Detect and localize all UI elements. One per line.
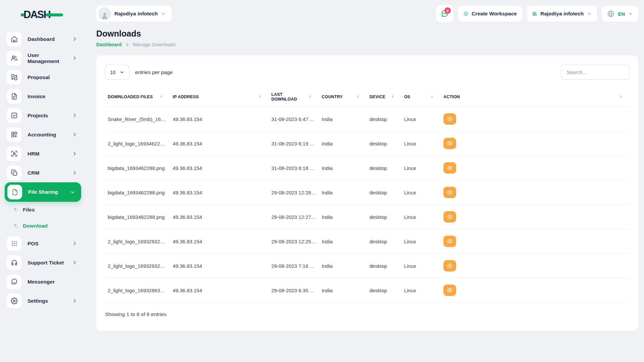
column-header[interactable]: COUNTRY ▲▼ (319, 87, 367, 107)
cell-country: India (319, 278, 367, 303)
table-row: Snake_River_(5mb)_1693463603.jpg 49.36.8… (105, 107, 630, 131)
table-row: 2_light_logo_1693462204.png 49.36.83.154… (105, 131, 630, 156)
column-header-label: IP ADDRESS (173, 95, 199, 99)
cell-ip-address: 49.36.83.154 (170, 107, 269, 131)
entries-per-page-select[interactable]: 10 (105, 65, 129, 80)
cell-device: desktop (367, 229, 401, 254)
workspace-selector[interactable]: Rajodiya infotech (96, 6, 172, 22)
topbar: Rajodiya infotech 0 Create Workspace Raj… (96, 0, 638, 24)
search-input[interactable] (561, 65, 630, 80)
sidebar-item-accounting[interactable]: Accounting (0, 125, 84, 144)
sidebar-item-dashboard[interactable]: Dashboard (0, 29, 84, 49)
bullet-icon (13, 207, 19, 213)
sidebar-item-proposal[interactable]: Proposal (0, 68, 84, 87)
cell-device: desktop (367, 254, 401, 278)
messages-button[interactable]: 0 (436, 5, 453, 22)
table-controls: 10 entries per page (105, 65, 630, 80)
chevron-down-icon (628, 11, 633, 16)
cell-action (441, 180, 630, 205)
file-text-icon (7, 89, 21, 104)
eye-icon (447, 263, 453, 269)
sidebar-subitem-label: Files (23, 207, 35, 213)
table-footer-status: Showing 1 to 8 of 8 entries (105, 311, 630, 317)
sort-arrows-icon: ▲▼ (259, 95, 261, 99)
sidebar-nav: Dashboard User Management Proposal Invoi… (0, 29, 84, 310)
language-selector[interactable]: EN (602, 6, 638, 22)
sidebar-item-messenger[interactable]: Messenger (0, 272, 84, 291)
sidebar-item-support-ticket[interactable]: Support Ticket (0, 253, 84, 272)
breadcrumb-dashboard-link[interactable]: Dashboard (96, 42, 122, 47)
sidebar-item-hrm[interactable]: HRM (0, 144, 84, 163)
cell-action (441, 156, 630, 180)
cell-action (441, 131, 630, 156)
cell-downloaded-file: 2_light_logo_1693288381.png (105, 278, 170, 303)
app-logo[interactable]: DASH (0, 5, 84, 29)
column-header[interactable]: DOWNLOADED FILES ▲▼ (105, 87, 170, 107)
column-header[interactable]: IP ADDRESS ▲▼ (170, 87, 269, 107)
cell-downloaded-file: 2_light_logo_1693293284_1693311907.png (105, 229, 170, 254)
check-square-icon (7, 108, 21, 123)
sort-arrows-icon: ▲▼ (309, 95, 312, 99)
view-download-button[interactable] (443, 211, 456, 223)
sidebar-item-label: Dashboard (28, 36, 72, 42)
sidebar-item-file-sharing[interactable]: File Sharing (5, 182, 81, 202)
cell-os: Linux (401, 278, 441, 303)
column-header[interactable]: LAST DOWNLOAD ▲▼ (269, 87, 319, 107)
column-header[interactable]: ACTION ▲▼ (441, 87, 630, 107)
view-download-button[interactable] (443, 285, 456, 296)
cell-country: India (319, 254, 367, 278)
view-download-button[interactable] (443, 236, 456, 247)
sidebar-item-files[interactable]: Files (0, 202, 84, 218)
bullet-icon (13, 223, 19, 229)
cell-downloaded-file: 2_light_logo_1693462204.png (105, 131, 170, 156)
sidebar-item-settings[interactable]: Settings (0, 291, 84, 310)
table-row: 2_light_logo_1693293284.png 49.36.83.154… (105, 254, 630, 278)
cell-country: India (319, 156, 367, 180)
table-row: 2_light_logo_1693293284_1693311907.png 4… (105, 229, 630, 254)
sidebar-item-invoice[interactable]: Invoice (0, 87, 84, 106)
view-download-button[interactable] (443, 260, 456, 272)
eye-icon (447, 140, 453, 146)
cell-last-download: 29-08-2023 12:28 PM (269, 180, 319, 205)
sidebar-item-download[interactable]: Download (0, 218, 84, 234)
view-download-button[interactable] (443, 138, 456, 149)
gear-icon (7, 294, 21, 308)
sidebar-item-label: Messenger (28, 279, 77, 285)
users-icon (7, 51, 21, 66)
sidebar-item-projects[interactable]: Projects (0, 106, 84, 125)
cell-country: India (319, 107, 367, 131)
cell-action (441, 205, 630, 229)
view-download-button[interactable] (443, 187, 456, 198)
file-icon (7, 185, 22, 199)
column-header[interactable]: OS ▲▼ (401, 87, 441, 107)
cell-last-download: 29-08-2023 12:27 PM (269, 205, 319, 229)
plus-circle-icon (464, 11, 468, 16)
column-header[interactable]: DEVICE ▲▼ (367, 87, 401, 107)
message-bubble-icon (7, 275, 21, 289)
cell-ip-address: 49.36.83.154 (170, 254, 269, 278)
cell-ip-address: 49.36.83.154 (170, 205, 269, 229)
view-download-button[interactable] (443, 162, 456, 174)
cell-ip-address: 49.36.83.154 (170, 180, 269, 205)
sidebar-item-label: Invoice (28, 94, 77, 100)
cell-downloaded-file: 2_light_logo_1693293284.png (105, 254, 170, 278)
column-header-label: DEVICE (369, 95, 385, 99)
sidebar-item-pos[interactable]: POS (0, 234, 84, 253)
cell-os: Linux (401, 131, 441, 156)
sidebar-item-label: Proposal (28, 74, 77, 80)
cell-downloaded-file: bigdata_1693462288.png (105, 205, 170, 229)
sidebar-item-user-management[interactable]: User Management (0, 49, 84, 68)
cell-os: Linux (401, 156, 441, 180)
language-code: EN (618, 11, 625, 17)
create-workspace-button[interactable]: Create Workspace (458, 6, 522, 22)
company-selector[interactable]: Rajodiya infotech (527, 6, 597, 22)
entries-per-page-label: entries per page (135, 69, 173, 75)
sidebar-item-crm[interactable]: CRM (0, 163, 84, 182)
cell-device: desktop (367, 278, 401, 303)
cell-os: Linux (401, 205, 441, 229)
sidebar-item-label: Projects (28, 113, 72, 119)
cell-downloaded-file: bigdata_1693462288.png (105, 156, 170, 180)
view-download-button[interactable] (443, 113, 456, 125)
cell-ip-address: 49.36.83.154 (170, 278, 269, 303)
eye-icon (447, 238, 453, 244)
